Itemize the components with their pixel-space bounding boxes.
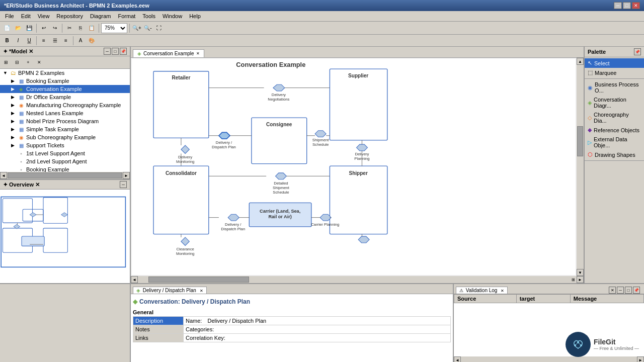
panel-pin-btn[interactable]: 📌 [120, 48, 127, 55]
validation-tab-close[interactable]: ✕ [501, 289, 504, 293]
expand-icon[interactable]: ▶ [11, 103, 17, 108]
underline-button[interactable]: U [24, 36, 34, 46]
tab-close-btn[interactable]: ✕ [200, 289, 203, 293]
menu-help[interactable]: Help [186, 12, 204, 20]
redo-button[interactable]: ↪ [50, 23, 60, 33]
hscroll-right-btn[interactable]: ► [577, 276, 584, 283]
expand-icon[interactable]: ▶ [11, 127, 17, 132]
validation-tab[interactable]: ⚠ Validation Log ✕ [456, 287, 508, 294]
hscroll-left-btn[interactable]: ◄ [131, 276, 138, 283]
menu-edit[interactable]: Edit [18, 12, 34, 20]
validation-hscroll[interactable]: ◄ ► [454, 356, 644, 362]
align-left-button[interactable]: ≡ [39, 36, 49, 46]
panel-minimize-btn[interactable]: ─ [104, 48, 111, 55]
menu-format[interactable]: Format [115, 12, 139, 20]
prop-label-notes[interactable]: Notes [133, 325, 184, 334]
val-ctrl-2[interactable]: ─ [617, 287, 624, 294]
expand-icon[interactable]: ▶ [11, 86, 17, 92]
copy-button[interactable]: ⎘ [75, 23, 86, 33]
palette-reference-item[interactable]: ◆ Reference Objects [585, 125, 644, 135]
tree-item-booking2[interactable]: ▪ Booking Example [0, 165, 130, 172]
panel-expand-btn[interactable]: □ [112, 48, 119, 55]
tree-item-droffice[interactable]: ▶ ▦ Dr Office Example [0, 93, 130, 101]
vscroll-up-btn[interactable]: ▲ [577, 58, 584, 65]
delivery-dispatch-tab[interactable]: ◈ Delivery / Dispatch Plan ✕ [133, 287, 207, 294]
palette-select-item[interactable]: ↖ Select [585, 58, 644, 68]
diagram-tab-close-btn[interactable]: ✕ [196, 51, 200, 56]
tree-new-btn[interactable]: + [23, 57, 33, 67]
menu-view[interactable]: View [35, 12, 53, 20]
root-expand-icon[interactable]: ▼ [3, 70, 9, 75]
zoom-out-button[interactable]: 🔍- [143, 23, 153, 33]
italic-button[interactable]: I [13, 36, 23, 46]
tree-hscroll[interactable]: ◄ ► [0, 172, 130, 179]
tree-item-2nd-agent[interactable]: ▪ 2nd Level Support Agent [0, 157, 130, 165]
tree-item-nobel-process[interactable]: ▶ ▦ Nobel Prize Process Diagram [0, 117, 130, 125]
hscroll-right-btn[interactable]: ► [123, 172, 130, 179]
tree-item-support[interactable]: ▶ ▦ Support Tickets [0, 141, 130, 149]
bold-button[interactable]: B [2, 36, 12, 46]
tree-expand-btn[interactable]: ⊞ [1, 57, 11, 67]
palette-choreography-item[interactable]: ◇ Choreography Dia... [585, 110, 644, 125]
paste-button[interactable]: 📋 [87, 23, 97, 33]
diagram-tab-conversation[interactable]: ◈ Conversation Example ✕ [133, 49, 204, 57]
prop-label-description[interactable]: Description [133, 317, 184, 325]
val-hscroll-right[interactable]: ► [637, 356, 644, 362]
tree-item-nested[interactable]: ▶ ▦ Nested Lanes Example [0, 109, 130, 117]
expand-icon[interactable]: ▶ [11, 111, 17, 116]
minimize-button[interactable]: ─ [614, 2, 622, 9]
val-ctrl-3[interactable]: □ [625, 287, 632, 294]
palette-pin-btn[interactable]: 📌 [634, 48, 641, 55]
expand-icon[interactable]: ▶ [11, 78, 17, 83]
tree-delete-btn[interactable]: ✕ [34, 57, 44, 67]
tree-item-sub-choreo[interactable]: ▶ ◉ Sub Choreography Example [0, 133, 130, 141]
diagram-vscroll[interactable]: ▲ ▼ [577, 58, 584, 276]
diagram-canvas[interactable]: Conversation Example Retailer Supplier [132, 59, 576, 275]
tree-collapse-btn[interactable]: ⊟ [12, 57, 22, 67]
palette-business-process-item[interactable]: ◉ Business Process O... [585, 80, 644, 95]
hscroll-thumb[interactable] [8, 172, 122, 178]
val-ctrl-1[interactable]: ✕ [609, 287, 616, 294]
maximize-button[interactable]: □ [623, 2, 631, 9]
expand-icon[interactable]: ▶ [11, 119, 17, 124]
prop-label-links[interactable]: Links [133, 334, 184, 342]
palette-external-data-item[interactable]: ▷ External Data Obje... [585, 135, 644, 150]
expand-icon[interactable]: ▶ [11, 135, 17, 140]
zoom-in-button[interactable]: 🔍+ [132, 23, 142, 33]
val-ctrl-4[interactable]: 📌 [633, 287, 640, 294]
new-button[interactable]: 📄 [2, 23, 12, 33]
overview-min-btn[interactable]: ─ [120, 181, 127, 188]
val-hscroll-left[interactable]: ◄ [454, 356, 461, 362]
menu-window[interactable]: Window [159, 12, 185, 20]
expand-icon[interactable]: ▶ [11, 143, 17, 148]
tree-item-simple[interactable]: ▶ ▦ Simple Task Example [0, 125, 130, 133]
save-button[interactable]: 💾 [24, 23, 34, 33]
menu-repository[interactable]: Repository [53, 12, 86, 20]
vscroll-down-btn[interactable]: ▼ [577, 269, 584, 276]
tree-item-booking[interactable]: ▶ ▦ Booking Example [0, 77, 130, 85]
menu-tools[interactable]: Tools [139, 12, 158, 20]
fill-button[interactable]: 🎨 [87, 36, 97, 46]
tree-item-mfg-choreo[interactable]: ▶ ◉ Manufacturing Choreography Example [0, 101, 130, 109]
vscroll-thumb[interactable] [577, 126, 583, 156]
zoom-dropdown[interactable]: 75% 100% 50% [101, 23, 127, 33]
palette-conversation-item[interactable]: ◈ Conversation Diagr... [585, 95, 644, 110]
align-right-button[interactable]: ≡ [61, 36, 71, 46]
model-tree[interactable]: ▼ 🗂 BPMN 2 Examples ▶ ▦ Booking Example … [0, 69, 130, 172]
undo-button[interactable]: ↩ [39, 23, 49, 33]
cut-button[interactable]: ✂ [64, 23, 74, 33]
align-center-button[interactable]: ☰ [50, 36, 60, 46]
tree-item-1st-agent[interactable]: ▪ 1st Level Support Agent [0, 149, 130, 157]
hscroll-left-btn[interactable]: ◄ [0, 172, 7, 179]
hscroll-thumb[interactable] [148, 277, 249, 283]
menu-diagram[interactable]: Diagram [87, 12, 114, 20]
palette-marquee-item[interactable]: ⬚ Marquee [585, 68, 644, 77]
menu-file[interactable]: File [2, 12, 17, 20]
tree-root-node[interactable]: ▼ 🗂 BPMN 2 Examples [0, 69, 130, 77]
fit-button[interactable]: ⛶ [154, 23, 164, 33]
color-button[interactable]: A [75, 36, 86, 46]
palette-drawing-shapes-item[interactable]: ⬡ Drawing Shapes [585, 150, 644, 159]
expand-icon[interactable]: ▶ [11, 95, 17, 100]
diagram-hscroll[interactable]: ◄ ⊞ ► [131, 276, 584, 283]
tree-item-conversation[interactable]: ▶ ◈ Conversation Example [0, 85, 130, 93]
